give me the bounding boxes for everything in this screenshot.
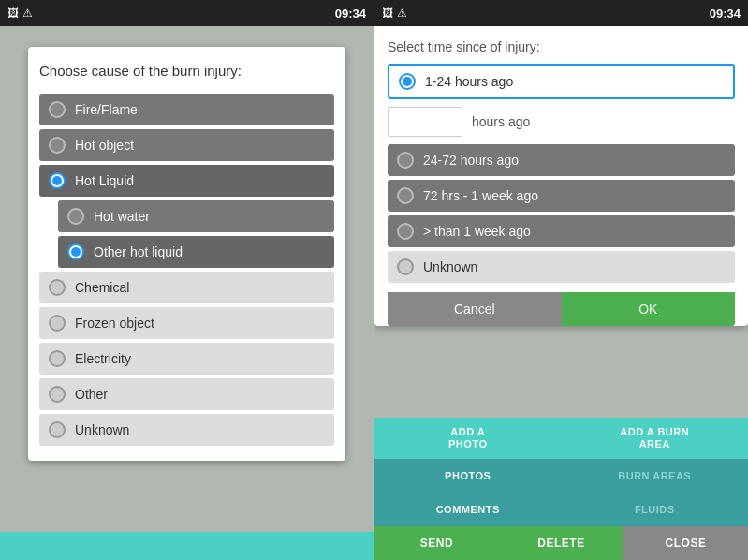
bottom-action-row: SEND DELETE CLOSE <box>374 526 748 560</box>
warning-icon-b: ⚠ <box>397 7 407 20</box>
option-24-72h[interactable]: 24-72 hours ago <box>388 144 735 176</box>
time-dialog: Select time since of injury: 1-24 hours … <box>374 26 748 326</box>
status-bar-b: 🖼 ⚠ 09:34 <box>374 0 748 26</box>
comments-button[interactable]: COMMENTS <box>374 493 562 526</box>
hours-input-field[interactable] <box>388 107 462 137</box>
nav-burn-areas-label: BURN AREAS <box>618 470 691 481</box>
option-frozen-object[interactable]: Frozen object <box>39 307 334 339</box>
radio-frozen-object <box>49 315 66 332</box>
image-icon-a: 🖼 <box>7 7 19 20</box>
label-hot-water: Hot water <box>94 209 150 224</box>
label-unknown-b: Unknown <box>423 259 477 274</box>
label-other: Other <box>75 387 108 402</box>
add-photo-label: ADD APHOTO <box>448 426 487 450</box>
option-hot-liquid[interactable]: Hot Liquid <box>39 165 334 197</box>
label-frozen-object: Frozen object <box>75 316 154 331</box>
time-dialog-title: Select time since of injury: <box>388 39 735 54</box>
option-72h-1w[interactable]: 72 hrs - 1 week ago <box>388 180 735 212</box>
radio-72h-1w <box>397 187 414 204</box>
label-other-hot-liquid: Other hot liquid <box>94 244 183 259</box>
label-more-1w: > than 1 week ago <box>423 224 531 239</box>
ok-button[interactable]: OK <box>562 292 736 326</box>
status-icons-left-a: 🖼 ⚠ <box>7 7 33 20</box>
option-hot-water[interactable]: Hot water <box>58 200 334 232</box>
dialog-title-a: Choose cause of the burn injury: <box>39 62 334 81</box>
option-fire-flame[interactable]: Fire/Flame <box>39 94 334 125</box>
delete-label: DELETE <box>537 537 584 550</box>
comments-fluids-row: COMMENTS FLUIDS <box>374 493 748 526</box>
delete-button[interactable]: DELETE <box>499 526 623 560</box>
option-more-1w[interactable]: > than 1 week ago <box>388 215 735 247</box>
bottom-strip-a <box>0 532 374 560</box>
option-electricity[interactable]: Electricity <box>39 343 334 375</box>
warning-icon-a: ⚠ <box>22 7 33 20</box>
radio-other <box>49 386 66 403</box>
image-icon-b: 🖼 <box>382 7 393 20</box>
radio-unknown-a <box>49 421 66 438</box>
radio-more-1w <box>397 223 414 240</box>
add-burn-button[interactable]: ADD A BURNAREA <box>562 418 749 459</box>
radio-hot-liquid <box>49 172 66 189</box>
radio-unknown-b <box>397 258 414 275</box>
close-button[interactable]: CLOSE <box>623 526 748 560</box>
option-unknown-a[interactable]: Unknown <box>39 414 334 446</box>
status-icons-left-b: 🖼 ⚠ <box>382 7 407 20</box>
label-chemical: Chemical <box>75 280 129 295</box>
cancel-button[interactable]: Cancel <box>388 292 562 326</box>
label-1-24h: 1-24 hours ago <box>425 74 513 89</box>
add-photo-button[interactable]: ADD APHOTO <box>374 418 562 459</box>
radio-hot-water <box>67 208 84 225</box>
label-unknown-a: Unknown <box>75 422 129 437</box>
label-fire-flame: Fire/Flame <box>75 102 138 117</box>
fluids-button[interactable]: FLUIDS <box>562 493 749 526</box>
label-hot-object: Hot object <box>75 138 134 153</box>
send-button[interactable]: SEND <box>374 526 499 560</box>
label-hot-liquid: Hot Liquid <box>75 173 134 188</box>
nav-buttons-row: PHOTOS BURN AREAS <box>374 459 748 493</box>
label-electricity: Electricity <box>75 351 131 366</box>
close-label: CLOSE <box>666 537 707 550</box>
radio-fire-flame <box>49 101 66 118</box>
nav-burn-areas-button[interactable]: BURN AREAS <box>562 459 749 493</box>
option-hot-object[interactable]: Hot object <box>39 129 334 161</box>
option-other-hot-liquid[interactable]: Other hot liquid <box>58 236 334 268</box>
status-bar-a: 🖼 ⚠ 09:34 <box>0 0 374 26</box>
comments-label: COMMENTS <box>436 504 500 515</box>
option-1-24h[interactable]: 1-24 hours ago <box>388 64 735 99</box>
nav-photos-label: PHOTOS <box>445 470 491 481</box>
option-other[interactable]: Other <box>39 378 334 410</box>
cause-dialog: Choose cause of the burn injury: Fire/Fl… <box>28 47 345 461</box>
send-label: SEND <box>420 537 453 550</box>
radio-24-72h <box>397 152 414 169</box>
radio-chemical <box>49 279 66 296</box>
radio-1-24h <box>399 73 416 90</box>
label-72h-1w: 72 hrs - 1 week ago <box>423 188 538 203</box>
option-unknown-b[interactable]: Unknown <box>388 251 735 283</box>
status-time-a: 09:34 <box>335 7 366 21</box>
status-time-b: 09:34 <box>710 7 741 21</box>
fluids-label: FLUIDS <box>635 504 675 515</box>
hours-label: hours ago <box>472 114 530 129</box>
panel-b: 🖼 ⚠ 09:34 b) Select time since of injury… <box>374 0 748 560</box>
hours-input-row: hours ago <box>388 107 735 137</box>
add-burn-label: ADD A BURNAREA <box>620 426 689 450</box>
radio-electricity <box>49 350 66 367</box>
label-24-72h: 24-72 hours ago <box>423 153 519 168</box>
add-buttons-row: ADD APHOTO ADD A BURNAREA <box>374 418 748 459</box>
action-area: ADD APHOTO ADD A BURNAREA PHOTOS BURN AR… <box>374 418 748 560</box>
nav-photos-button[interactable]: PHOTOS <box>374 459 562 493</box>
radio-other-hot-liquid <box>67 243 84 260</box>
option-chemical[interactable]: Chemical <box>39 272 334 303</box>
dialog-buttons: Cancel OK <box>388 292 735 326</box>
radio-hot-object <box>49 137 66 154</box>
panel-a: 🖼 ⚠ 09:34 a) Choose cause of the burn in… <box>0 0 374 560</box>
